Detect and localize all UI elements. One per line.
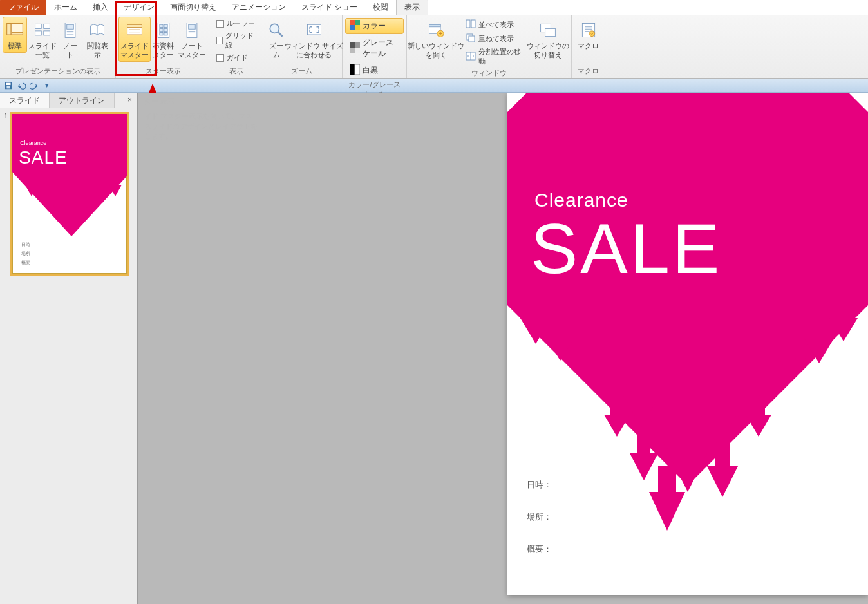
bw-label: 白黒 [363, 65, 378, 76]
tab-home[interactable]: ホーム [46, 0, 85, 15]
svg-rect-15 [127, 24, 142, 27]
notes-page-label: ノート [61, 42, 79, 60]
svg-rect-6 [35, 31, 41, 35]
thumbnail-item[interactable]: 1 Clearance SALE 日時 場所 概要 [4, 112, 133, 276]
cascade-label: 重ねて表示 [478, 34, 514, 44]
undo-icon[interactable] [17, 81, 26, 90]
svg-rect-3 [12, 33, 23, 35]
svg-rect-43 [429, 24, 441, 27]
redo-icon[interactable] [30, 81, 39, 90]
slide-place-label: 場所： [527, 511, 552, 523]
arrange-all-button[interactable]: 並べて表示 [463, 18, 527, 31]
new-window-icon [426, 20, 446, 41]
slide-date-label: 日時： [527, 479, 552, 491]
color-swatch-icon [350, 20, 360, 32]
reading-view-label: 閲覧表示 [86, 42, 109, 60]
guides-label: ガイド [227, 53, 248, 62]
guides-checkbox[interactable]: ガイド [214, 52, 258, 63]
svg-rect-41 [355, 64, 360, 75]
ruler-checkbox[interactable]: ルーラー [214, 18, 258, 29]
svg-point-29 [270, 24, 279, 33]
thumb-summary-label: 概要 [21, 260, 30, 266]
notes-master-button[interactable]: ノート マスター [176, 17, 208, 62]
slides-outline-pane: スライド アウトライン × 1 Clearance SALE 日時 場所 概要 [0, 93, 138, 604]
group-zoom: ズーム [264, 65, 339, 78]
svg-rect-31 [307, 24, 321, 35]
cascade-button[interactable]: 重ねて表示 [463, 32, 527, 45]
thumb-sale: SALE [19, 147, 68, 168]
new-window-button[interactable]: 新しいウィンドウ を開く [410, 17, 463, 62]
svg-rect-45 [466, 20, 470, 28]
tab-review[interactable]: 校閲 [365, 0, 396, 15]
grayscale-label: グレースケール [363, 37, 399, 59]
svg-rect-32 [350, 20, 355, 25]
fit-window-button[interactable]: ウィンドウ サイズ に合わせる [288, 17, 339, 62]
slide-master-label: スライド マスター [120, 42, 149, 60]
svg-rect-1 [7, 24, 11, 35]
handout-master-button[interactable]: 布資料 スター [151, 17, 176, 62]
checkbox-icon [216, 20, 224, 28]
macros-button[interactable]: マクロ [574, 17, 602, 53]
reading-view-button[interactable]: 閲覧表示 [82, 17, 113, 62]
new-window-label: 新しいウィンドウ を開く [408, 42, 464, 60]
switch-windows-label: ウィンドウの 切り替え [527, 42, 569, 60]
ribbon-tabbar: ファイル ホーム 挿入 デザイン 画面切り替え アニメーション スライド ショー… [0, 0, 868, 15]
svg-rect-7 [43, 31, 50, 35]
svg-line-30 [278, 32, 283, 37]
notes-page-button[interactable]: ノート [57, 17, 82, 62]
svg-rect-40 [350, 64, 355, 75]
tab-transition[interactable]: 画面切り替え [162, 0, 224, 15]
pane-tabs: スライド アウトライン × [0, 93, 137, 108]
qat-dropdown-icon[interactable]: ▾ [42, 81, 52, 90]
svg-rect-52 [545, 28, 555, 36]
save-icon[interactable] [4, 81, 13, 90]
switch-windows-button[interactable]: ウィンドウの 切り替え [527, 17, 569, 62]
svg-rect-38 [350, 48, 355, 53]
tab-insert[interactable]: 挿入 [85, 0, 116, 15]
svg-rect-23 [159, 33, 162, 35]
macros-icon [578, 20, 599, 41]
grayscale-button[interactable]: グレースケール [345, 35, 404, 61]
slide-master-button[interactable]: スライド マスター [118, 17, 151, 62]
tab-animation[interactable]: アニメーション [224, 0, 294, 15]
workspace: スライド アウトライン × 1 Clearance SALE 日時 場所 概要 [0, 93, 868, 604]
tab-slideshow[interactable]: スライド ショー [294, 0, 365, 15]
svg-rect-5 [43, 24, 50, 28]
bw-button[interactable]: 白黒 [345, 62, 404, 79]
arrange-all-label: 並べて表示 [478, 20, 514, 30]
tooltip-ghost: ター 表示 イド マスター表示を開いて、マス スライドのデザインとレイアウトを … [144, 97, 258, 142]
svg-rect-4 [35, 24, 41, 28]
svg-rect-22 [164, 28, 167, 31]
tab-file[interactable]: ファイル [0, 0, 46, 15]
pane-close-button[interactable]: × [122, 93, 137, 108]
zoom-label: ズーム [267, 42, 285, 60]
macros-label: マクロ [578, 42, 599, 51]
thumbnail-preview: Clearance SALE 日時 場所 概要 [10, 112, 129, 276]
slide-sale-text: SALE [531, 207, 722, 289]
svg-rect-19 [159, 24, 162, 27]
svg-rect-37 [355, 42, 360, 48]
cascade-icon [466, 33, 476, 44]
normal-view-button[interactable]: 標準 [3, 17, 27, 53]
svg-rect-2 [12, 24, 23, 32]
color-label: カラー [363, 21, 386, 32]
svg-rect-48 [469, 36, 475, 42]
tab-view[interactable]: 表示 [396, 0, 428, 15]
slide[interactable]: Clearance SALE 日時： 場所： 概要： [507, 93, 868, 595]
svg-rect-56 [6, 82, 11, 85]
color-button[interactable]: カラー [345, 18, 404, 34]
pane-tab-outline[interactable]: アウトライン [50, 93, 115, 108]
pane-tab-slides[interactable]: スライド [0, 93, 50, 108]
svg-rect-36 [350, 42, 355, 48]
slide-canvas[interactable]: ター 表示 イド マスター表示を開いて、マス スライドのデザインとレイアウトを … [138, 93, 868, 604]
zoom-icon [266, 20, 287, 41]
svg-rect-21 [159, 28, 162, 31]
group-presentation-views: プレゼンテーションの表示 [3, 65, 113, 78]
tab-design[interactable]: デザイン [116, 0, 162, 15]
gridlines-checkbox[interactable]: グリッド線 [214, 30, 258, 51]
reading-view-icon [87, 20, 108, 41]
svg-rect-39 [355, 48, 360, 53]
quick-access-toolbar: ▾ [0, 79, 868, 93]
slide-sorter-button[interactable]: スライド 一覧 [27, 17, 57, 62]
move-split-button[interactable]: 分割位置の移動 [463, 46, 527, 67]
